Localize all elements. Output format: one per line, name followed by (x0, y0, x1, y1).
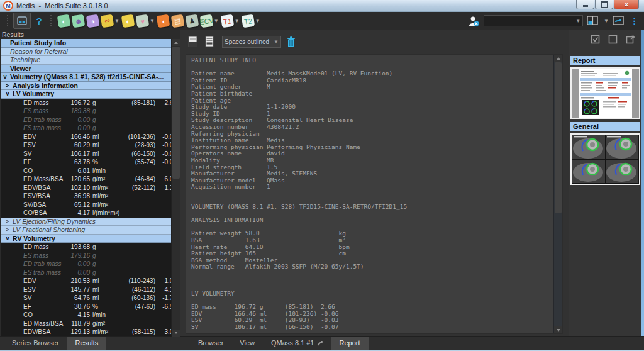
expand-collapse-icon[interactable] (3, 39, 10, 48)
report-scrollbar[interactable] (553, 55, 562, 333)
tree-row[interactable]: EF 63.78 % (55-74) -0.09 (1, 158, 171, 167)
tree-row[interactable]: ED Mass/BSA 118.79 g/m² (1, 320, 171, 328)
expand-collapse-icon[interactable] (16, 99, 23, 108)
tree-row[interactable]: Patient Study Info (1, 39, 171, 48)
chevron-down-icon[interactable]: ▼ (255, 18, 260, 24)
expand-collapse-icon[interactable] (16, 116, 23, 125)
delete-report-button[interactable] (284, 35, 298, 48)
toolbar-grip-2[interactable] (50, 15, 53, 26)
tree-row[interactable]: SV/BSA 65.12 ml/m² (1, 201, 171, 209)
tree-row[interactable]: SV 106.17 ml (66-150) -0.07 (1, 150, 171, 159)
tree-row[interactable]: EDV 210.53 ml (110-243) 1.03 (1, 277, 171, 286)
expand-collapse-icon[interactable] (16, 141, 23, 150)
expand-collapse-icon[interactable] (3, 65, 10, 74)
app-launcher-icon[interactable]: ▤ ▼ (172, 15, 184, 27)
checked-box-icon[interactable] (591, 35, 600, 44)
tree-row[interactable]: > LV Ejection/Filling Dynamics (1, 218, 171, 226)
app-launcher-icon[interactable]: ♥ ▼ (136, 15, 155, 27)
tree-row[interactable]: ED trab mass 0.00 g (1, 116, 171, 125)
tree-row[interactable]: ES mass 189.38 g (1, 107, 171, 116)
expand-collapse-icon[interactable] (16, 260, 23, 269)
export-icon[interactable] (626, 35, 635, 44)
expand-collapse-icon[interactable] (16, 209, 23, 218)
chevron-down-icon[interactable]: ▼ (235, 18, 240, 24)
expand-collapse-icon[interactable] (16, 167, 23, 176)
app-launcher-icon[interactable]: ECV ▼ (201, 15, 219, 27)
expand-collapse-icon[interactable]: V (6, 90, 13, 99)
tree-row[interactable]: EDV/BSA 129.13 ml/m² (58-115) 3.04 (1, 328, 171, 337)
tree-row[interactable]: ESV 145.77 ml (46-112) 4.10 (1, 286, 171, 294)
expand-collapse-icon[interactable] (16, 328, 23, 337)
tree-row[interactable]: ESV 60.29 ml (28-93) -0.03 (1, 141, 171, 150)
general-section-header[interactable]: General (570, 122, 640, 131)
app-launcher-icon[interactable]: ◑ ▼ (87, 15, 99, 27)
tree-row[interactable]: EF 30.76 % (47-63) -6.58 (1, 303, 171, 311)
tree-row[interactable]: EDV 166.46 ml (101-236) -0.06 (1, 133, 171, 142)
expand-collapse-icon[interactable] (16, 124, 23, 133)
bottom-tab[interactable]: QMass 8.1 #1 (263, 337, 331, 350)
window-layout-arrow-icon[interactable]: ▼ (604, 18, 609, 24)
tree-row[interactable]: ES trab mass 0.00 g (1, 269, 171, 277)
tree-row[interactable]: > LV Fractional Shortening (1, 226, 171, 235)
tree-row[interactable]: SV 64.76 ml (60-136) -1.77 (1, 294, 171, 303)
expand-collapse-icon[interactable] (3, 56, 10, 65)
overflow-menu-button[interactable]: ⋮ (628, 16, 640, 26)
tree-row[interactable]: EDV/BSA 102.10 ml/m² (52-112) 1.35 (1, 184, 171, 192)
chevron-down-icon[interactable]: ▼ (114, 18, 119, 24)
app-launcher-icon[interactable]: ☻ ▼ (72, 15, 84, 27)
chevron-down-icon[interactable]: ▼ (214, 18, 219, 24)
expand-collapse-icon[interactable] (16, 269, 23, 277)
expand-collapse-icon[interactable] (16, 252, 23, 260)
expand-collapse-icon[interactable] (3, 48, 10, 57)
general-thumbnail[interactable] (570, 133, 640, 185)
bottom-tab[interactable]: Results (67, 337, 107, 350)
bottom-tab[interactable]: View (231, 337, 263, 350)
tree-row[interactable]: CO/BSA 4.17 l/(min*m²) (1, 209, 171, 218)
scroll-thumb[interactable] (172, 47, 180, 179)
report-scroll-thumb[interactable] (555, 62, 562, 213)
report-scroll-down-button[interactable] (554, 326, 562, 333)
tree-row[interactable]: ES mass 179.16 g (1, 252, 171, 260)
spacing-select[interactable]: Spaces outlined ▼ (222, 36, 281, 48)
chevron-down-icon[interactable]: ▼ (150, 18, 155, 24)
expand-collapse-icon[interactable] (16, 286, 23, 294)
help-button[interactable]: ? (31, 13, 47, 28)
report-scroll-up-button[interactable] (554, 55, 562, 62)
app-launcher-icon[interactable]: T1 ▼ (221, 15, 240, 27)
expand-collapse-icon[interactable] (16, 150, 23, 159)
expand-collapse-icon[interactable]: > (6, 218, 13, 226)
tree-row[interactable]: Viewer (1, 65, 171, 74)
expand-collapse-icon[interactable] (16, 184, 23, 192)
tree-row[interactable]: ED trab mass 0.00 g (1, 260, 171, 269)
page-view-button[interactable] (186, 35, 199, 48)
tree-row[interactable]: ED mass 196.72 g (85-181) 2.66 (1, 99, 171, 108)
report-section-header[interactable]: Report (570, 56, 640, 65)
expand-collapse-icon[interactable] (16, 294, 23, 303)
pin-icon[interactable] (317, 340, 323, 346)
app-launcher-icon[interactable]: ◖ ▼ (157, 15, 169, 27)
tree-row[interactable]: V LV Volumetry (1, 90, 171, 99)
empty-box-icon[interactable] (608, 35, 618, 44)
text-view-button[interactable] (203, 35, 216, 48)
session-combobox[interactable]: ▼ (484, 15, 583, 26)
tree-row[interactable]: CO 6.81 l/min (1, 167, 171, 176)
tree-row[interactable]: ES trab mass 0.00 g (1, 124, 171, 133)
expand-collapse-icon[interactable] (16, 192, 23, 201)
tree-row[interactable]: ED Mass/BSA 120.65 g/m² (46-84) 6.02 (1, 175, 171, 184)
app-launcher-icon[interactable]: ♟ ▼ (186, 15, 198, 27)
tree-row[interactable]: Reason for Referral (1, 48, 171, 57)
report-text-area[interactable]: PATIENT STUDY INFO Patient name Medis Ma… (186, 54, 563, 334)
tree-row[interactable]: ED mass 193.68 g (1, 243, 171, 252)
tree-row[interactable]: Technique (1, 56, 171, 65)
maximize-button[interactable] (595, 0, 613, 9)
minimize-button[interactable] (576, 0, 594, 9)
expand-collapse-icon[interactable] (16, 107, 23, 116)
window-layout-button[interactable] (587, 16, 599, 26)
expand-collapse-icon[interactable] (16, 311, 23, 320)
expand-collapse-icon[interactable] (16, 201, 23, 209)
expand-collapse-icon[interactable] (16, 320, 23, 328)
scroll-down-button[interactable] (172, 330, 180, 337)
expand-collapse-icon[interactable]: V (3, 73, 10, 82)
tree-row[interactable]: > Analysis Information (1, 82, 171, 91)
expand-collapse-icon[interactable]: > (6, 82, 13, 91)
